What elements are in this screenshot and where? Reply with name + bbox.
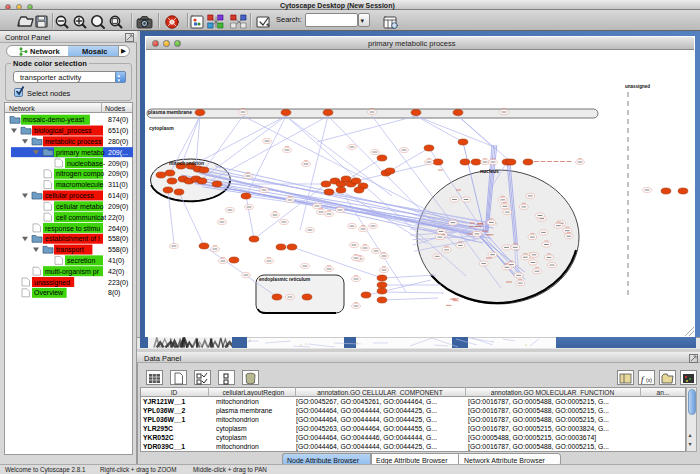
- svg-text:558(0): 558(0): [108, 235, 128, 243]
- svg-text:biological_process: biological_process: [34, 127, 92, 135]
- svg-text:41(0): 41(0): [108, 257, 124, 265]
- svg-text:Overview: Overview: [34, 289, 64, 296]
- svg-text:651(0): 651(0): [108, 127, 128, 135]
- svg-text:874(0): 874(0): [108, 116, 128, 124]
- svg-text:unassigned: unassigned: [34, 279, 70, 287]
- svg-text:264(0): 264(0): [108, 225, 128, 233]
- svg-text:transport: transport: [56, 246, 84, 254]
- svg-text:8(0): 8(0): [108, 289, 120, 297]
- svg-text:209(...: 209(...: [108, 149, 128, 157]
- svg-text:endoplasmic reticulum: endoplasmic reticulum: [259, 277, 310, 282]
- svg-text:209(0): 209(0): [108, 160, 128, 168]
- svg-text:multi-organism pr: multi-organism pr: [45, 268, 100, 276]
- svg-text:209(0): 209(0): [108, 203, 128, 211]
- svg-text:secretion: secretion: [67, 257, 96, 264]
- svg-text:response to stimu: response to stimu: [45, 225, 100, 233]
- svg-text:nucleus: nucleus: [480, 168, 499, 174]
- svg-text:22(0): 22(0): [108, 214, 124, 222]
- svg-text:223(0): 223(0): [108, 279, 128, 287]
- svg-text:primary metabo: primary metabo: [56, 149, 105, 157]
- svg-text:cytoplasm: cytoplasm: [149, 125, 174, 131]
- svg-text:f: f: [641, 374, 645, 384]
- svg-text:establishment of l: establishment of l: [45, 235, 100, 242]
- svg-text:cellular metabo: cellular metabo: [56, 203, 104, 210]
- svg-text:280(0): 280(0): [108, 138, 128, 146]
- svg-text:macromolecule: macromolecule: [56, 181, 104, 188]
- svg-text:209(0): 209(0): [108, 170, 128, 178]
- svg-text:cell communicat: cell communicat: [56, 214, 106, 221]
- svg-text:plasma membrane: plasma membrane: [148, 109, 192, 115]
- svg-text:nitrogen compo: nitrogen compo: [56, 170, 104, 178]
- svg-text:unassigned: unassigned: [625, 84, 650, 89]
- svg-text:metabolic process: metabolic process: [45, 138, 102, 146]
- svg-text:558(0): 558(0): [108, 246, 128, 254]
- svg-text:42(0): 42(0): [108, 268, 124, 276]
- svg-text:(x): (x): [646, 377, 652, 383]
- svg-text:mosaic-demo-yeast: mosaic-demo-yeast: [23, 116, 84, 124]
- svg-text:614(0): 614(0): [108, 192, 128, 200]
- svg-text:nucleobase-: nucleobase-: [67, 160, 106, 167]
- svg-text:cellular process: cellular process: [45, 192, 94, 200]
- svg-text:mitochondrion: mitochondrion: [169, 160, 204, 166]
- svg-text:311(0): 311(0): [108, 181, 128, 189]
